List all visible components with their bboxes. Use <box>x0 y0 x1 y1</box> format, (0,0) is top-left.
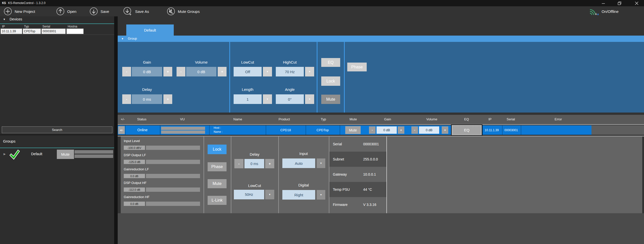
signal-icon <box>588 7 599 16</box>
info-label-subnet: Subnet <box>333 157 344 161</box>
devices-collapse-icon[interactable]: ▼ <box>3 18 6 21</box>
row-volume-plus-button[interactable]: + <box>442 126 448 134</box>
open-button[interactable]: Open <box>56 7 77 16</box>
group-gain-plus-button[interactable]: + <box>163 67 172 76</box>
col-gain[interactable]: Gain <box>384 117 391 121</box>
row-separator <box>125 125 126 135</box>
detail-delay-label: Delay <box>235 152 274 156</box>
save-icon <box>89 7 98 16</box>
group-volume-value[interactable]: 0 dB <box>186 67 216 76</box>
mute-groups-button[interactable]: Mute Groups <box>167 7 200 16</box>
group-name-label: Default <box>31 152 42 156</box>
meter-label-dsp-output-hf: DSP Output HF <box>124 181 146 185</box>
row-volume-value[interactable]: 0 dB <box>419 126 439 134</box>
sidebar: ▼ Devices IP Typ Serial Hostna 10.11.1.3… <box>0 16 114 244</box>
group-angle-dropdown-arrow[interactable]: ▼ <box>305 94 314 104</box>
col-vu[interactable]: VU <box>180 117 185 121</box>
detail-phase-button[interactable]: Phase <box>208 162 227 171</box>
detail-input-dropdown-arrow[interactable]: ▼ <box>317 158 325 168</box>
row-status: Online <box>126 128 159 132</box>
detail-lock-button[interactable]: Lock <box>208 145 227 154</box>
row-gain-minus-button[interactable]: - <box>369 126 376 134</box>
col-status[interactable]: Status <box>137 117 146 121</box>
device-serial-cell[interactable]: 00003001 <box>41 29 66 34</box>
tab-default[interactable]: Default <box>126 24 174 36</box>
row-eq-button[interactable]: EQ <box>451 124 482 136</box>
group-expand-icon[interactable]: ▶ <box>4 152 6 156</box>
close-button[interactable] <box>633 0 640 6</box>
detail-lowcut-dropdown-arrow[interactable]: ▼ <box>265 190 274 199</box>
info-row-subnet: Subnet 255.0.0.0 <box>329 152 386 167</box>
group-gain-value[interactable]: 0 dB <box>132 67 162 76</box>
restore-icon <box>617 1 622 5</box>
col-product[interactable]: Product <box>279 117 290 121</box>
col-error[interactable]: Error <box>555 117 562 121</box>
detail-input-select[interactable]: Auto <box>282 158 315 168</box>
col-serial[interactable]: Serial <box>507 117 515 121</box>
detail-delay-minus-button[interactable]: - <box>234 159 243 168</box>
group-angle-select[interactable]: 0° <box>276 94 304 104</box>
group-lowcut-select[interactable]: Off <box>234 67 262 76</box>
group-lock-button[interactable]: Lock <box>321 76 340 86</box>
col-mute[interactable]: Mute <box>350 117 357 121</box>
row-mute-button[interactable]: Mute <box>345 126 361 134</box>
row-expand-button[interactable]: +/- <box>118 126 125 134</box>
group-length-dropdown-arrow[interactable]: ▼ <box>263 94 272 104</box>
col-typ[interactable]: Typ <box>321 117 326 121</box>
row-gain-value[interactable]: 0 dB <box>377 126 397 134</box>
group-highcut-dropdown-arrow[interactable]: ▼ <box>305 67 314 76</box>
minimize-button[interactable] <box>600 0 607 6</box>
sidebar-splitter[interactable] <box>114 16 118 244</box>
save-label: Save <box>101 9 109 14</box>
search-button[interactable]: Search <box>2 126 112 133</box>
detail-lowcut-select[interactable]: 50Hz <box>234 190 264 199</box>
group-volume-minus-button[interactable]: - <box>177 67 185 76</box>
group-highcut-select[interactable]: 70 Hz <box>276 67 304 76</box>
group-length-select[interactable]: 1 <box>234 94 262 104</box>
detail-delay-value[interactable]: 0 ms <box>244 159 264 168</box>
row-gain-plus-button[interactable]: + <box>398 126 404 134</box>
group-panel-divider-2 <box>317 42 317 113</box>
group-row-default[interactable]: ▶ Default Mute <box>0 149 114 160</box>
open-label: Open <box>67 9 77 14</box>
new-project-button[interactable]: New Project <box>4 7 35 16</box>
detail-mute-button[interactable]: Mute <box>208 179 227 188</box>
devices-section-header[interactable]: Devices <box>10 17 22 21</box>
group-gain-minus-button[interactable]: - <box>122 67 131 76</box>
group-eq-button[interactable]: EQ <box>321 58 340 67</box>
detail-delay-plus-button[interactable]: + <box>265 159 274 168</box>
window-title: KS-RemoteControl - 1.3.2.0 <box>8 1 45 5</box>
col-volume[interactable]: Volume <box>426 117 437 121</box>
group-lowcut-dropdown-arrow[interactable]: ▼ <box>263 67 272 76</box>
restore-button[interactable] <box>616 0 623 6</box>
detail-digital-dropdown-arrow[interactable]: ▼ <box>317 190 325 200</box>
detail-digital-select[interactable]: Right <box>282 190 315 200</box>
group-delay-value[interactable]: 0 ms <box>132 94 162 104</box>
detail-llink-button[interactable]: L-Link <box>208 196 227 205</box>
save-as-button[interactable]: Save As <box>123 7 149 16</box>
col-eq[interactable]: EQ <box>464 117 469 121</box>
col-ip[interactable]: IP <box>488 117 491 121</box>
group-mute-button-panel[interactable]: Mute <box>321 95 340 104</box>
row-eq-focus-outline <box>452 126 481 134</box>
device-row[interactable]: +/- Online Host : Name : CPD18 CPDTop Mu… <box>118 125 591 135</box>
save-button[interactable]: Save <box>89 7 109 16</box>
device-hostname-cell[interactable] <box>66 29 84 34</box>
device-typ-cell[interactable]: CPDTop <box>23 29 41 34</box>
group-panel: Gain Volume LowCut HighCut - 0 dB + - 0 … <box>118 42 644 113</box>
group-delay-minus-button[interactable]: - <box>122 94 131 104</box>
group-collapse-icon[interactable]: ▼ <box>121 37 124 40</box>
device-ip-cell[interactable]: 10.11.1.39 <box>1 29 22 34</box>
group-section-bar[interactable]: ▼ Group <box>118 36 644 42</box>
group-delay-plus-button[interactable]: + <box>163 94 172 104</box>
online-offline-toggle[interactable]: On/Offline <box>588 7 618 16</box>
group-volume-label: Volume <box>186 60 216 64</box>
info-row-serial: Serial 00003001 <box>329 137 386 152</box>
group-mute-button[interactable]: Mute <box>57 150 74 159</box>
save-as-icon <box>123 7 133 16</box>
row-volume-minus-button[interactable]: - <box>411 126 418 134</box>
group-phase-button[interactable]: Phase <box>347 63 367 71</box>
group-volume-plus-button[interactable]: + <box>218 67 227 76</box>
device-row-filler <box>591 125 644 135</box>
col-name[interactable]: Name <box>233 117 242 121</box>
